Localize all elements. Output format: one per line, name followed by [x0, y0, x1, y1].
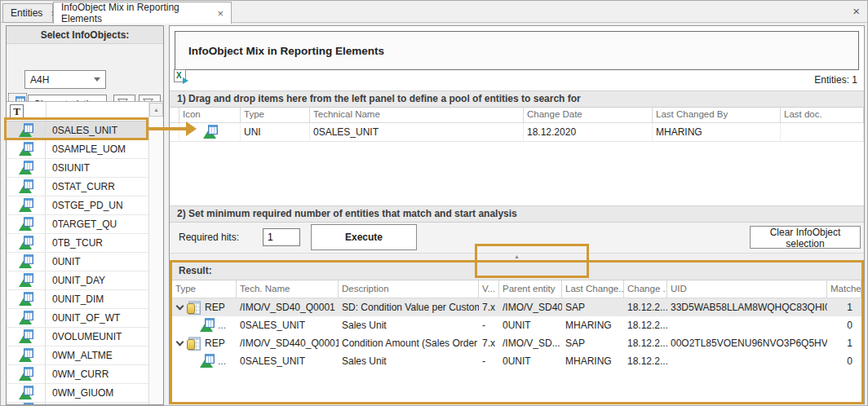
last-changed-by-cell: MHARING [562, 352, 624, 370]
list-scrollbar[interactable]: ▲ [148, 102, 163, 404]
list-item[interactable]: 0UNIT [7, 253, 148, 271]
system-dropdown-value: A4H [30, 74, 91, 86]
list-item[interactable]: 0UNIT_DAY [7, 271, 148, 290]
infoobject-list-header[interactable]: T [7, 102, 163, 121]
tab-bar: Entities × InfoObject Mix in Reporting E… [1, 1, 867, 23]
characteristic-icon [19, 218, 33, 231]
row-selector-cell [170, 123, 179, 142]
list-item[interactable]: 0TB_TCUR [7, 234, 148, 253]
tech-name-cell: 0SALES_UNIT [237, 316, 339, 334]
column-header[interactable]: Last doc. [781, 108, 864, 122]
last-changed-by-cell: SAP [562, 298, 624, 316]
execute-button[interactable]: Execute [311, 224, 417, 250]
uid-cell: 33D5WAB58LLAM8WQHQC83QHI0 [667, 298, 827, 316]
characteristic-icon [200, 355, 214, 368]
column-header[interactable]: Description [339, 280, 479, 298]
splitter-bar[interactable]: ▲ [170, 253, 864, 260]
column-header[interactable]: Tech. Name [237, 280, 339, 298]
table-row[interactable]: REP /IMO/V_SD440_Q0001 Condition Amount … [172, 334, 861, 352]
column-header[interactable]: Last Change... [562, 280, 624, 298]
tech-name-cell: /IMO/V_SD440_Q0001 [237, 334, 339, 352]
version-cell: - [479, 316, 499, 334]
parent-entity-cell: /IMO/V_SD40 [499, 298, 562, 316]
matches-cell: 0 [827, 316, 861, 334]
column-header[interactable]: Technical Name [310, 108, 524, 122]
analysis-controls: Required hits: Execute Clear InfoObject … [170, 223, 864, 253]
table-row[interactable]: REP /IMO/V_SD40_Q0001 SD: Condition Valu… [172, 298, 861, 316]
page-title-box: InfoObject Mix in Reporting Elements [175, 31, 859, 70]
main-panel: InfoObject Mix in Reporting Elements Ent… [169, 25, 865, 404]
parent-entity-cell: 0UNIT [499, 352, 562, 370]
change-date-cell: 18.12.2... [624, 352, 667, 370]
chevron-down-icon [94, 77, 100, 82]
infoobject-list: T 0SALES_UNIT 0SAMPLE_UOM 0SIUNIT 0STAT_… [7, 101, 163, 404]
change-date-cell: 18.12.2... [624, 316, 667, 334]
list-item[interactable]: 0SIUNIT [7, 159, 148, 178]
matches-cell: 1 [827, 334, 861, 352]
characteristic-icon [19, 181, 33, 193]
list-item[interactable]: 0WM_GIUOM [7, 384, 148, 403]
list-item[interactable]: 0WM_ALTME [7, 346, 148, 365]
characteristic-icon [19, 237, 33, 249]
version-cell: - [479, 352, 499, 370]
select-infoobjects-panel: Select InfoObjects: A4H Characteristic..… [6, 25, 164, 405]
annotation-arrow-head-icon [186, 121, 197, 136]
column-header[interactable]: Last Changed By [653, 108, 781, 122]
list-item[interactable]: 0UNIT_DIM [7, 290, 148, 309]
report-icon [187, 337, 201, 350]
characteristic-icon [19, 200, 33, 212]
list-item[interactable] [7, 403, 148, 404]
column-header[interactable]: UID [667, 280, 827, 298]
scroll-up-icon[interactable]: ▲ [149, 103, 163, 117]
list-item[interactable]: 0STGE_PD_UN [7, 196, 148, 215]
system-dropdown[interactable]: A4H [24, 70, 106, 89]
table-row[interactable]: ... 0SALES_UNIT Sales Unit - 0UNIT MHARI… [172, 316, 861, 334]
parent-entity-cell: 0UNIT [499, 316, 562, 334]
chevron-down-icon[interactable] [176, 302, 184, 310]
list-item[interactable]: 0SAMPLE_UOM [7, 140, 148, 159]
close-icon[interactable]: × [217, 8, 224, 19]
column-header[interactable]: Matches [827, 280, 861, 298]
column-header[interactable]: Parent entity [499, 280, 562, 298]
required-hits-input[interactable] [263, 228, 300, 246]
last-changed-by-cell: MHARING [653, 123, 781, 142]
clear-infoobject-selection-button[interactable]: Clear InfoObject selection [750, 226, 861, 249]
tab-entities[interactable]: Entities × [2, 3, 53, 23]
tab-infoobject-mix-label: InfoObject Mix in Reporting Elements [61, 2, 209, 24]
column-header[interactable]: Icon [179, 108, 241, 122]
application-window: Entities × InfoObject Mix in Reporting E… [0, 0, 868, 406]
close-icon[interactable]: × [852, 5, 860, 17]
pool-table-header: Icon Type Technical Name Change Date Las… [170, 108, 864, 123]
parent-entity-cell: /IMO/V_SD... [499, 334, 562, 352]
report-icon [187, 301, 201, 314]
tech-name-cell: 0SALES_UNIT [237, 352, 339, 370]
text-column-icon: T [10, 104, 24, 118]
characteristic-icon [19, 125, 33, 137]
list-item[interactable]: 0VOLUMEUNIT [7, 328, 148, 346]
table-row[interactable]: ... 0SALES_UNIT Sales Unit - 0UNIT MHARI… [172, 352, 861, 370]
chevron-down-icon[interactable] [176, 338, 184, 346]
tab-infoobject-mix[interactable]: InfoObject Mix in Reporting Elements × [53, 2, 232, 24]
characteristic-icon [19, 293, 33, 306]
change-date-cell: 18.12.2... [624, 334, 667, 352]
change-date-cell: 18.12.2... [624, 298, 667, 316]
section2-header: 2) Set minimum required number of entiti… [170, 205, 864, 223]
splitter-up-icon[interactable]: ▲ [514, 254, 520, 259]
technical-name-cell: 0SALES_UNIT [310, 123, 524, 142]
result-table-header: Type Tech. Name Description V... Parent … [172, 280, 861, 298]
column-header[interactable]: Change Date [524, 108, 653, 122]
list-item[interactable]: 0UNIT_OF_WT [7, 309, 148, 328]
list-item[interactable]: 0TARGET_QU [7, 215, 148, 234]
column-header[interactable]: Type [172, 280, 237, 298]
type-cell: UNI [241, 123, 310, 142]
column-header[interactable]: V... [479, 280, 499, 298]
table-row[interactable]: UNI 0SALES_UNIT 18.12.2020 MHARING [170, 123, 864, 142]
last-changed-by-cell: SAP [562, 334, 624, 352]
excel-export-icon[interactable] [174, 69, 186, 82]
version-cell: 7.x [479, 334, 499, 352]
column-header[interactable]: Type [241, 108, 310, 122]
list-item[interactable]: 0WM_CURR [7, 365, 148, 384]
column-header[interactable]: Change ... [624, 280, 667, 298]
list-item[interactable]: 0SALES_UNIT [7, 121, 148, 140]
list-item[interactable]: 0STAT_CURR [7, 178, 148, 196]
